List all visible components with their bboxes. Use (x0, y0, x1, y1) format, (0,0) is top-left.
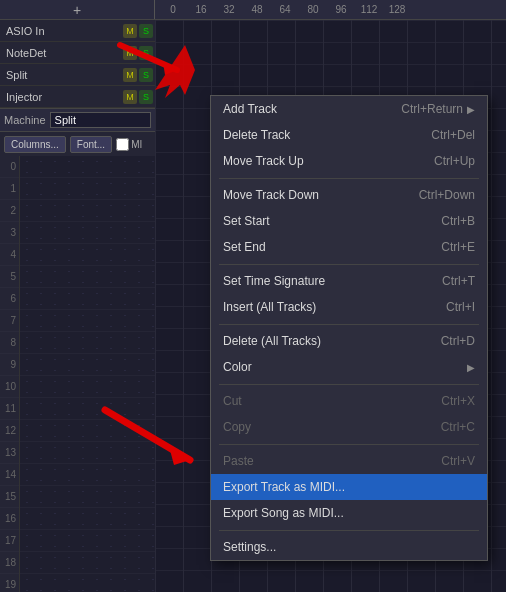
row-number: 17 (0, 530, 19, 552)
menu-item-shortcut: Ctrl+Down (419, 188, 475, 202)
menu-item-label: Color (223, 360, 463, 374)
ruler-plus[interactable]: + (73, 2, 81, 18)
midi-label: MI (131, 139, 142, 150)
track-solo-button[interactable]: S (139, 46, 153, 60)
track-name: Split (6, 69, 123, 81)
ruler-mark: 32 (215, 4, 243, 15)
menu-item-label: Paste (223, 454, 441, 468)
menu-item-label: Insert (All Tracks) (223, 300, 446, 314)
ruler-mark: 16 (187, 4, 215, 15)
menu-separator (211, 440, 487, 448)
menu-item[interactable]: Color▶ (211, 354, 487, 380)
menu-item[interactable]: Delete TrackCtrl+Del (211, 122, 487, 148)
track-name: Injector (6, 91, 123, 103)
track-item[interactable]: NoteDet M S (0, 42, 155, 64)
menu-separator (211, 380, 487, 388)
menu-item[interactable]: Move Track UpCtrl+Up (211, 148, 487, 174)
menu-item-shortcut: Ctrl+D (441, 334, 475, 348)
menu-item-label: Delete (All Tracks) (223, 334, 441, 348)
menu-item-shortcut: Ctrl+Return (401, 102, 463, 116)
row-number: 6 (0, 288, 19, 310)
menu-item[interactable]: Set Time SignatureCtrl+T (211, 268, 487, 294)
menu-item-shortcut: Ctrl+V (441, 454, 475, 468)
menu-item[interactable]: Export Song as MIDI... (211, 500, 487, 526)
machine-name: Split (50, 112, 151, 128)
row-number: 9 (0, 354, 19, 376)
row-number: 7 (0, 310, 19, 332)
row-number: 8 (0, 332, 19, 354)
ruler: + 0163248648096112128 (0, 0, 506, 20)
row-number: 0 (0, 156, 19, 178)
row-number: 12 (0, 420, 19, 442)
menu-separator (211, 260, 487, 268)
row-numbers: 0123456789101112131415161718192021 (0, 156, 20, 592)
ruler-mark: 96 (327, 4, 355, 15)
row-number: 2 (0, 200, 19, 222)
track-mute-button[interactable]: M (123, 24, 137, 38)
track-list: ASIO In M S NoteDet M S Split M S Inject… (0, 20, 155, 108)
menu-item-shortcut: Ctrl+E (441, 240, 475, 254)
menu-item-label: Add Track (223, 102, 401, 116)
menu-separator (211, 526, 487, 534)
menu-item-label: Set Time Signature (223, 274, 442, 288)
row-number: 13 (0, 442, 19, 464)
row-number: 11 (0, 398, 19, 420)
menu-item: PasteCtrl+V (211, 448, 487, 474)
track-name: NoteDet (6, 47, 123, 59)
track-solo-button[interactable]: S (139, 24, 153, 38)
menu-item[interactable]: Export Track as MIDI... (211, 474, 487, 500)
menu-item[interactable]: Set EndCtrl+E (211, 234, 487, 260)
menu-item-arrow: ▶ (467, 362, 475, 373)
menu-item[interactable]: Set StartCtrl+B (211, 208, 487, 234)
machine-bar: Machine Split (0, 108, 155, 132)
row-number: 16 (0, 508, 19, 530)
track-solo-button[interactable]: S (139, 90, 153, 104)
ruler-mark: 80 (299, 4, 327, 15)
ruler-mark: 128 (383, 4, 411, 15)
row-number: 3 (0, 222, 19, 244)
menu-item-shortcut: Ctrl+Up (434, 154, 475, 168)
menu-item-shortcut: Ctrl+C (441, 420, 475, 434)
menu-item-shortcut: Ctrl+Del (431, 128, 475, 142)
row-number: 14 (0, 464, 19, 486)
menu-item-label: Set Start (223, 214, 441, 228)
track-item[interactable]: Split M S (0, 64, 155, 86)
midi-checkbox[interactable] (116, 138, 129, 151)
font-button[interactable]: Font... (70, 136, 112, 153)
track-name: ASIO In (6, 25, 123, 37)
row-number: 5 (0, 266, 19, 288)
menu-item[interactable]: Insert (All Tracks)Ctrl+I (211, 294, 487, 320)
menu-separator (211, 174, 487, 182)
menu-item-label: Move Track Up (223, 154, 434, 168)
menu-item-label: Settings... (223, 540, 475, 554)
row-number: 18 (0, 552, 19, 574)
menu-item: CutCtrl+X (211, 388, 487, 414)
track-item[interactable]: ASIO In M S (0, 20, 155, 42)
midi-check: MI (116, 138, 142, 151)
options-bar: Columns... Font... MI (0, 132, 155, 156)
track-mute-button[interactable]: M (123, 46, 137, 60)
menu-item-label: Export Song as MIDI... (223, 506, 475, 520)
ruler-mark: 0 (159, 4, 187, 15)
track-solo-button[interactable]: S (139, 68, 153, 82)
menu-item-label: Move Track Down (223, 188, 419, 202)
menu-item[interactable]: Add TrackCtrl+Return▶ (211, 96, 487, 122)
menu-item-label: Set End (223, 240, 441, 254)
ruler-mark: 64 (271, 4, 299, 15)
machine-label: Machine (4, 114, 46, 126)
menu-item[interactable]: Move Track DownCtrl+Down (211, 182, 487, 208)
row-number: 19 (0, 574, 19, 592)
menu-item[interactable]: Delete (All Tracks)Ctrl+D (211, 328, 487, 354)
menu-item[interactable]: Settings... (211, 534, 487, 560)
context-menu: Add TrackCtrl+Return▶Delete TrackCtrl+De… (210, 95, 488, 561)
track-mute-button[interactable]: M (123, 90, 137, 104)
menu-item-label: Copy (223, 420, 441, 434)
ruler-mark: 48 (243, 4, 271, 15)
track-mute-button[interactable]: M (123, 68, 137, 82)
menu-item-shortcut: Ctrl+I (446, 300, 475, 314)
menu-item-label: Delete Track (223, 128, 431, 142)
ruler-mark: 112 (355, 4, 383, 15)
columns-button[interactable]: Columns... (4, 136, 66, 153)
ruler-track-area: + (0, 0, 155, 19)
track-item[interactable]: Injector M S (0, 86, 155, 108)
